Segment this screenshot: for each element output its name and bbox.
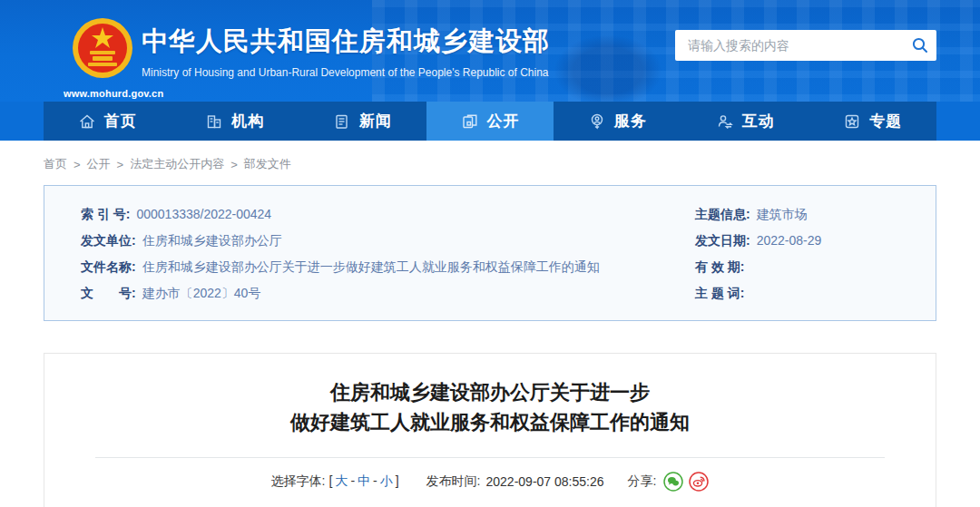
article-title: 住房和城乡建设部办公厅关于进一步 做好建筑工人就业服务和权益保障工作的通知	[44, 377, 936, 437]
info-row-document-number: 文 号:建办市〔2022〕40号	[81, 280, 643, 307]
nav-tab-label: 服务	[614, 111, 647, 132]
share-label: 分享:	[628, 473, 657, 490]
interaction-icon	[716, 112, 734, 131]
info-label: 主题信息:	[695, 207, 750, 221]
weibo-share-button[interactable]	[689, 472, 709, 492]
font-separator: -	[350, 473, 355, 488]
wechat-share-button[interactable]	[663, 472, 683, 492]
font-size-selector: [大-中-小]	[328, 473, 398, 490]
nav-tab-label: 首页	[104, 111, 137, 132]
nav-tab-organization[interactable]: 机构	[172, 102, 299, 141]
document-info-box: 索 引 号:000013338/2022-00424 发文单位:住房和城乡建设部…	[44, 185, 936, 321]
info-label: 发文日期:	[695, 233, 750, 248]
publish-time-label: 发布时间:	[426, 473, 481, 490]
info-row-document-title: 文件名称:住房和城乡建设部办公厅关于进一步做好建筑工人就业服务和权益保障工作的通…	[81, 254, 643, 280]
breadcrumb-disclosure[interactable]: 公开	[87, 156, 111, 172]
nav-tab-label: 新闻	[359, 111, 392, 132]
weibo-share-icon	[689, 472, 709, 492]
home-icon	[78, 112, 96, 131]
info-label: 文件名称:	[81, 259, 136, 274]
article-title-line2: 做好建筑工人就业服务和权益保障工作的通知	[44, 407, 936, 437]
info-value: 住房和城乡建设部办公厅	[142, 233, 282, 248]
breadcrumb-separator: >	[74, 158, 81, 171]
info-row-issuing-unit: 发文单位:住房和城乡建设部办公厅	[81, 228, 643, 254]
font-size-small[interactable]: 小	[380, 473, 393, 488]
article-title-line1: 住房和城乡建设部办公厅关于进一步	[44, 377, 936, 407]
nav-tab-home[interactable]: 首页	[44, 102, 172, 141]
site-subtitle: Ministry of Housing and Urban-Rural Deve…	[142, 66, 550, 79]
search-button[interactable]	[904, 30, 936, 61]
publish-time-value: 2022-09-07 08:55:26	[486, 474, 604, 489]
nav-tab-interaction[interactable]: 互动	[681, 102, 809, 141]
info-value: 建办市〔2022〕40号	[142, 286, 261, 300]
bracket: [	[328, 473, 332, 488]
title-divider	[95, 457, 885, 458]
site-header: www.mohurd.gov.cn 中华人民共和国住房和城乡建设部 Minist…	[0, 0, 980, 102]
breadcrumb-separator: >	[230, 158, 238, 171]
site-url: www.mohurd.gov.cn	[64, 88, 142, 99]
search-box	[675, 30, 936, 61]
nav-tab-news[interactable]: 新闻	[299, 102, 426, 141]
info-label: 索 引 号:	[81, 207, 130, 221]
nav-tab-special-topics[interactable]: 专题	[808, 102, 936, 141]
font-size-medium[interactable]: 中	[358, 473, 370, 488]
info-value: 000013338/2022-00424	[136, 207, 271, 221]
breadcrumb-separator: >	[117, 158, 124, 171]
bracket: ]	[396, 473, 399, 488]
disclosure-icon	[461, 112, 479, 131]
nav-tab-services[interactable]: 服务	[554, 102, 681, 141]
font-separator: -	[373, 473, 377, 488]
info-value: 建筑市场	[757, 207, 808, 221]
article-meta-bar: 选择字体: [大-中-小] 发布时间: 2022-09-07 08:55:26 …	[44, 472, 936, 492]
info-value: 2022-08-29	[757, 233, 822, 248]
nav-tab-disclosure[interactable]: 公开	[426, 102, 554, 141]
info-label: 文 号:	[81, 286, 136, 300]
search-input[interactable]	[675, 30, 904, 61]
breadcrumb-home[interactable]: 首页	[44, 156, 67, 172]
nav-tab-label: 专题	[869, 111, 902, 132]
special-topic-icon	[843, 112, 861, 131]
wechat-share-icon	[663, 472, 683, 492]
info-row-keywords: 主 题 词:	[695, 280, 821, 307]
article-box: 住房和城乡建设部办公厅关于进一步 做好建筑工人就业服务和权益保障工作的通知 选择…	[44, 353, 936, 507]
breadcrumb-statutory-disclosure[interactable]: 法定主动公开内容	[130, 156, 224, 172]
organization-icon	[205, 112, 223, 131]
info-row-issue-date: 发文日期:2022-08-29	[695, 228, 821, 254]
main-nav: 首页 机构 新闻 公开 服务	[0, 102, 980, 141]
info-row-index-number: 索 引 号:000013338/2022-00424	[81, 201, 643, 228]
search-icon	[911, 36, 929, 54]
font-size-large[interactable]: 大	[335, 473, 348, 488]
breadcrumb: 首页 > 公开 > 法定主动公开内容 > 部发文件	[44, 141, 936, 185]
info-label: 发文单位:	[81, 233, 136, 248]
nav-tab-label: 互动	[742, 111, 775, 132]
news-icon	[333, 112, 351, 131]
info-row-validity: 有 效 期:	[695, 254, 821, 280]
site-title: 中华人民共和国住房和城乡建设部	[142, 24, 550, 60]
national-emblem-logo	[70, 15, 135, 82]
info-label: 主 题 词:	[695, 286, 744, 300]
breadcrumb-current-page: 部发文件	[244, 156, 291, 172]
nav-tab-label: 机构	[231, 111, 264, 132]
info-row-topic-info: 主题信息:建筑市场	[695, 201, 821, 228]
service-icon	[588, 112, 606, 131]
info-label: 有 效 期:	[695, 259, 744, 274]
nav-tab-label: 公开	[487, 111, 520, 132]
info-value: 住房和城乡建设部办公厅关于进一步做好建筑工人就业服务和权益保障工作的通知	[142, 259, 600, 274]
font-select-label: 选择字体:	[271, 473, 326, 490]
